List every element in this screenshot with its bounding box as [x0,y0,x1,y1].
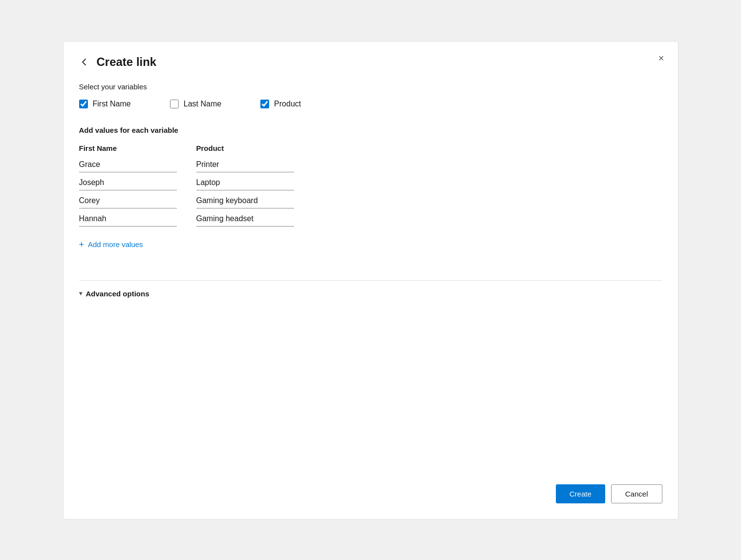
first-name-input-1[interactable] [79,176,177,190]
product-input-1[interactable] [196,176,294,190]
checkbox-last-name-input[interactable] [170,100,179,108]
first-name-input-2[interactable] [79,194,177,208]
select-variables-section: Select your variables First Name Last Na… [79,83,662,126]
back-button[interactable] [79,55,93,69]
close-button[interactable]: × [656,51,666,65]
values-header-row: First Name Product [79,144,662,152]
table-row [79,176,662,190]
checkbox-first-name-label: First Name [93,100,131,108]
checkbox-first-name-input[interactable] [79,100,88,108]
checkbox-product-label: Product [274,100,301,108]
create-link-dialog: Create link × Select your variables Firs… [63,41,678,519]
checkbox-first-name[interactable]: First Name [79,100,131,108]
table-row [79,194,662,208]
product-input-3[interactable] [196,212,294,227]
checkbox-last-name[interactable]: Last Name [170,100,221,108]
checkbox-product[interactable]: Product [260,100,301,108]
plus-icon: + [79,240,85,249]
values-table: First Name Product [79,144,662,230]
advanced-options-label: Advanced options [86,290,149,298]
first-name-input-3[interactable] [79,212,177,227]
variables-row: First Name Last Name Product [79,100,662,108]
dialog-title: Create link [97,55,157,69]
chevron-down-icon: ▾ [79,290,82,297]
cancel-button[interactable]: Cancel [611,484,662,503]
create-button[interactable]: Create [556,484,605,503]
col-header-first-name: First Name [79,144,177,152]
add-more-values-label: Add more values [88,240,143,249]
advanced-options-toggle[interactable]: ▾ Advanced options [79,281,662,307]
table-row [79,212,662,227]
table-row [79,158,662,172]
add-values-section: Add values for each variable First Name … [79,126,662,269]
add-more-values-button[interactable]: + Add more values [79,236,143,253]
col-header-product: Product [196,144,294,152]
dialog-footer: Create Cancel [79,465,662,503]
product-input-0[interactable] [196,158,294,172]
back-icon [79,57,89,67]
select-variables-label: Select your variables [79,83,662,91]
checkbox-last-name-label: Last Name [184,100,221,108]
dialog-header: Create link [79,55,662,69]
add-values-label: Add values for each variable [79,126,662,134]
product-input-2[interactable] [196,194,294,208]
checkbox-product-input[interactable] [260,100,269,108]
first-name-input-0[interactable] [79,158,177,172]
